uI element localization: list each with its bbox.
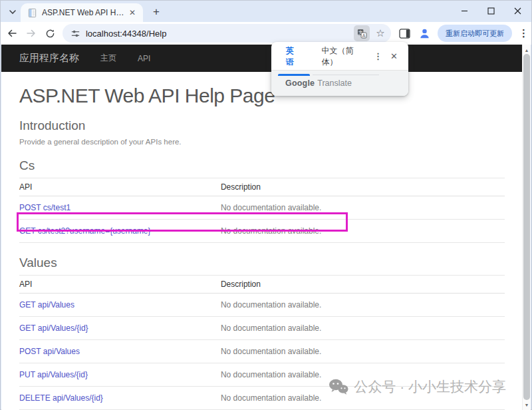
translate-options-icon[interactable]: ⋮ [370,51,386,61]
description-cell: No documentation available. [221,220,505,243]
api-link[interactable]: POST cs/test1 [19,203,70,212]
api-row: GET api/Values/{id}No documentation avai… [19,317,505,340]
tab-title: ASP.NET Web API Help Page [42,8,127,17]
column-header: Description [221,178,505,196]
forward-icon[interactable] [23,25,39,42]
google-logo-text: Google [285,79,315,88]
translate-tab-english[interactable]: 英语 [285,37,303,76]
api-cell: GET api/Values [19,294,221,317]
section-heading-cs: Cs [19,158,505,173]
api-row: GET cs/test2?username={username}No docum… [19,220,505,243]
close-button[interactable] [509,7,526,15]
new-tab-button[interactable]: + [150,5,163,19]
site-info-icon[interactable] [70,29,80,39]
api-link[interactable]: GET api/Values/{id} [19,323,88,333]
tab-close-icon[interactable]: ✕ [127,7,138,18]
browser-menu-icon[interactable]: ⋮ [516,27,531,39]
api-link[interactable]: GET api/Values [19,300,74,309]
column-header: API [19,178,221,196]
description-cell: No documentation available. [221,317,505,340]
scrollbar-thumb[interactable] [523,54,530,400]
api-row: POST cs/test1No documentation available. [19,196,505,220]
navbar-brand[interactable]: 应用程序名称 [19,52,79,65]
api-link[interactable]: PUT api/Values/{id} [19,370,88,379]
api-cell: DELETE api/Values/{id} [19,387,221,410]
page-title: ASP.NET Web API Help Page [19,85,505,107]
navbar-link-home[interactable]: 主页 [100,53,116,64]
browser-tab[interactable]: ASP.NET Web API Help Page ✕ [21,3,143,22]
profile-avatar[interactable] [418,27,431,40]
table-header-row: APIDescription [19,178,505,196]
api-row: POST api/ValuesNo documentation availabl… [19,340,505,363]
site-navbar: 应用程序名称 主页 API [1,45,523,72]
wechat-icon [329,378,348,395]
section-heading-values: Values [19,256,505,270]
reload-icon[interactable] [43,25,59,42]
window-controls [456,1,526,21]
minimize-button[interactable] [456,7,473,15]
introduction-heading: Introduction [19,118,505,133]
api-cell: PUT api/Values/{id} [19,363,221,387]
api-cell: GET api/Values/{id} [19,317,221,340]
description-cell: No documentation available. [221,340,505,363]
description-cell: No documentation available. [221,196,505,220]
watermark-text: 公众号 · 小小生技术分享 [354,377,506,396]
browser-window: ASP.NET Web API Help Page ✕ + localhost:… [0,0,532,410]
table-header-row: APIDescription [19,276,505,294]
maximize-button[interactable] [482,7,499,15]
restart-update-button[interactable]: 重新启动即可更新 [438,25,512,42]
page-scrollbar[interactable]: ▲ ▼ [522,45,531,410]
side-panel-icon[interactable] [399,29,410,39]
browser-toolbar: localhost:44348/Help 文 A ☆ 重新启动即可更新 ⋮ [1,22,531,45]
api-link[interactable]: DELETE api/Values/{id} [19,393,103,403]
bookmark-star-icon[interactable]: ☆ [374,27,387,39]
translate-popup-header: 英语 中文（简体） ⋮ ✕ [271,42,408,70]
watermark: 公众号 · 小小生技术分享 [329,377,506,396]
navbar-link-api[interactable]: API [138,54,150,63]
introduction-text: Provide a general description of your AP… [19,138,505,146]
translate-tab-chinese[interactable]: 中文（简体） [321,37,370,76]
browser-titlebar: ASP.NET Web API Help Page ✕ + [1,1,531,22]
page-content: ASP.NET Web API Help Page Introduction P… [1,85,523,410]
api-cell: POST api/Values [19,340,221,363]
tab-search-chevron-icon[interactable] [6,5,19,19]
column-header: API [19,276,221,294]
url-text[interactable]: localhost:44348/Help [86,29,354,39]
api-cell: GET cs/test2?username={username} [19,220,221,243]
description-cell: No documentation available. [221,294,505,317]
cs-api-table: APIDescription POST cs/test1No documenta… [19,178,505,243]
back-icon[interactable] [4,25,20,42]
page-favicon-icon [27,8,37,18]
scroll-down-icon[interactable]: ▼ [523,401,531,409]
scroll-up-icon[interactable]: ▲ [523,46,531,54]
translate-close-icon[interactable]: ✕ [386,51,402,61]
web-page: 应用程序名称 主页 API ASP.NET Web API Help Page … [1,45,523,410]
api-link[interactable]: GET cs/test2?username={username} [19,226,151,236]
google-translate-popup: 英语 中文（简体） ⋮ ✕ Google Translate [271,42,408,96]
api-link[interactable]: POST api/Values [19,347,80,356]
api-row: GET api/ValuesNo documentation available… [19,294,505,317]
column-header: Description [221,276,505,294]
translate-brand-text: Translate [317,79,352,88]
api-cell: POST cs/test1 [19,196,221,220]
